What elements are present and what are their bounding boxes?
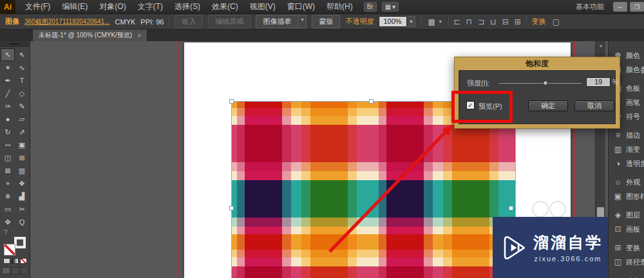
strength-slider[interactable]	[499, 83, 582, 84]
draw-behind-button[interactable]	[11, 267, 19, 274]
mask-button[interactable]: 蒙版	[312, 15, 340, 28]
blob-brush-tool[interactable]: ●	[1, 113, 15, 125]
perspective-grid-tool[interactable]: ⊞	[15, 151, 29, 164]
menu-item[interactable]: 对象(O)	[93, 0, 131, 14]
width-tool[interactable]: ⇿	[1, 138, 15, 151]
scale-tool[interactable]: ⇗	[15, 125, 29, 138]
panel-pathfinder[interactable]: ◫ 路径查找器	[609, 255, 644, 269]
dialog-title[interactable]: 饱和度	[455, 57, 620, 70]
style-thumbnail-icon[interactable]: ▩	[426, 17, 436, 26]
shape-builder-tool[interactable]: ◫	[1, 151, 15, 164]
menu-item[interactable]: 视图(V)	[244, 0, 281, 14]
lasso-tool[interactable]: ∿	[15, 61, 29, 74]
toolbar-grip[interactable]	[0, 41, 30, 47]
document-tab[interactable]: 未标题-1* @ 100% (CMYK/预览) ×	[32, 29, 147, 41]
image-trace-caret-icon[interactable]: ▾	[298, 15, 307, 28]
magic-wand-tool[interactable]: ✶	[1, 61, 15, 74]
blend-tool[interactable]: ❖	[15, 177, 29, 190]
edit-original-button[interactable]: 编辑原稿	[208, 15, 251, 28]
selection-handle-top-mid[interactable]	[369, 99, 374, 104]
none-mode-button[interactable]	[20, 258, 27, 264]
pencil-tool[interactable]: ✎	[15, 100, 29, 113]
draw-inside-button[interactable]	[20, 267, 28, 274]
bridge-button[interactable]: Br	[364, 2, 377, 12]
slice-tool[interactable]: ✂	[15, 203, 29, 216]
gradient-tool[interactable]: ▥	[15, 164, 29, 177]
cancel-button[interactable]: 取消	[574, 100, 614, 111]
panel-stroke[interactable]: ≡ 描边	[609, 128, 644, 142]
selection-handle-top-left[interactable]	[229, 99, 234, 104]
scroll-up-icon[interactable]: ▲	[596, 41, 606, 50]
menu-item[interactable]: 效果(C)	[206, 0, 244, 14]
mesh-tool[interactable]: ⊠	[1, 164, 15, 177]
panel-transparency[interactable]: ◑ 透明度	[609, 156, 644, 171]
stroke-swatch[interactable]	[14, 237, 26, 248]
menu-item[interactable]: 窗口(W)	[281, 0, 321, 14]
style-caret-icon[interactable]: ▾	[438, 19, 443, 24]
menu-item[interactable]: 帮助(H)	[321, 0, 359, 14]
color-mode-button[interactable]	[3, 258, 10, 264]
rotate-tool[interactable]: ↻	[1, 125, 15, 138]
opacity-caret-icon[interactable]: ▾	[407, 16, 415, 27]
panel-gradient[interactable]: ▥ 渐变	[609, 142, 644, 156]
minimize-button[interactable]: ─	[613, 2, 627, 12]
align-icon[interactable]: ⊏	[454, 17, 460, 26]
ok-button[interactable]: 确定	[528, 100, 568, 111]
type-tool[interactable]: T	[15, 74, 29, 87]
shape-tool[interactable]: ◇	[15, 87, 29, 100]
selection-handle-mid-right[interactable]	[509, 206, 513, 210]
column-graph-tool[interactable]: ▟	[15, 190, 29, 203]
align-icon[interactable]: ⊐	[478, 17, 484, 26]
artboard-tool[interactable]: ▭	[1, 203, 15, 216]
arrange-documents-button[interactable]: ▦ ▾	[382, 2, 399, 12]
menu-item[interactable]: 编辑(E)	[56, 0, 93, 14]
panel-align[interactable]: ≣ 对齐	[609, 273, 644, 278]
symbol-sprayer-tool[interactable]: ✵	[1, 190, 15, 203]
align-icon[interactable]: ⊞	[515, 17, 521, 26]
line-segment-tool[interactable]: ╱	[1, 87, 15, 100]
annotation-highlight-rectangle	[451, 91, 513, 123]
strength-value-field[interactable]: 19	[586, 77, 611, 87]
free-transform-tool[interactable]: ▣	[15, 138, 29, 151]
panel-transform[interactable]: ⊞ 变换	[609, 241, 644, 255]
gradient-mode-button[interactable]	[12, 258, 19, 264]
bounding-box-icon[interactable]: ▢	[551, 17, 561, 26]
align-icon[interactable]: ⊔	[490, 17, 496, 26]
menu-item[interactable]: 文件(F)	[19, 0, 56, 14]
panel-artboards[interactable]: ⊡ 画板	[609, 222, 644, 236]
paintbrush-tool[interactable]: ✑	[1, 100, 15, 113]
align-icon[interactable]: ⊟	[502, 17, 509, 26]
close-tab-icon[interactable]: ×	[137, 32, 141, 39]
linked-file-name[interactable]: 360截图2017111820420641...	[24, 17, 110, 26]
image-trace-button[interactable]: 图像描摹	[256, 15, 298, 28]
eraser-tool[interactable]: ▱	[15, 113, 29, 125]
direct-selection-tool[interactable]: ⇖	[15, 48, 29, 61]
context-panel-label[interactable]: 图像	[5, 17, 19, 26]
menu-item[interactable]: 选择(S)	[169, 0, 206, 14]
menu-item[interactable]: 文字(T)	[132, 0, 169, 14]
opacity-value[interactable]: 100%	[379, 16, 407, 27]
divider	[526, 17, 527, 27]
menu-bar: Ai 文件(F)编辑(E)对象(O)文字(T)选择(S)效果(C)视图(V)窗口…	[0, 0, 644, 14]
transform-label[interactable]: 变换	[532, 17, 546, 26]
divider	[169, 17, 169, 27]
ppi-label: PPI: 96	[140, 18, 164, 26]
restore-button[interactable]: ❐	[630, 2, 644, 12]
strength-slider-handle[interactable]	[543, 80, 548, 86]
eyedropper-tool[interactable]: ⌖	[1, 177, 15, 190]
draw-normal-button[interactable]	[2, 267, 10, 274]
opacity-label[interactable]: 不透明度	[345, 17, 374, 26]
hand-tool[interactable]: ✥	[1, 216, 15, 228]
align-icon[interactable]: ⊓	[466, 17, 472, 26]
zoom-tool[interactable]: Q	[15, 216, 29, 228]
panel-appearance[interactable]: ☼ 外观	[609, 175, 644, 189]
workspace-switcher[interactable]: 基本功能	[576, 2, 604, 12]
selection-handle-mid-left[interactable]	[229, 206, 234, 210]
selection-tool[interactable]: ↖	[1, 48, 15, 61]
fill-stroke-controls[interactable]: ?	[2, 231, 28, 254]
fill-swatch-none[interactable]	[4, 244, 15, 255]
embed-button[interactable]: 嵌入	[175, 15, 203, 28]
panel-graphic-styles[interactable]: ▣ 图形样式	[609, 189, 644, 203]
panel-layers[interactable]: ◈ 图层	[609, 208, 644, 222]
pen-tool[interactable]: ✒	[1, 74, 15, 87]
